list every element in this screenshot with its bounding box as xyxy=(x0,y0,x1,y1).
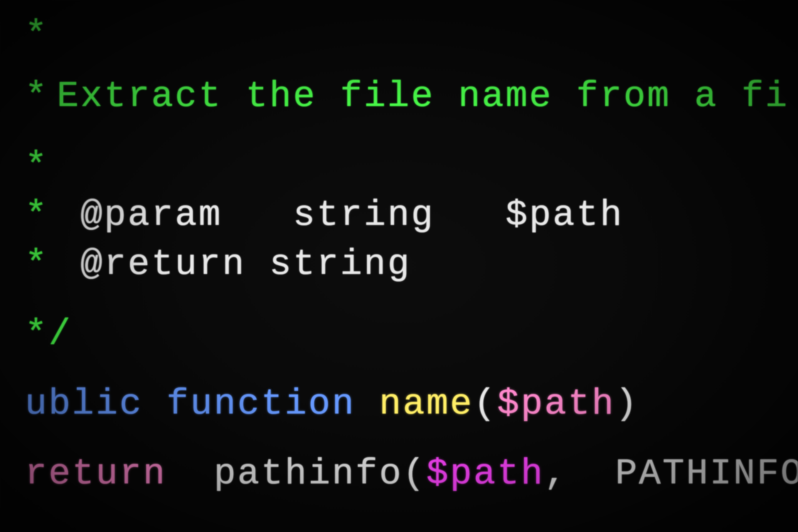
path-arg: $path xyxy=(426,456,544,492)
comment-asterisk-5: * xyxy=(25,246,49,283)
comment-close: */ xyxy=(25,316,72,352)
keyword-public: ublic xyxy=(25,386,167,422)
comma-pathinfo: , PATHINFO xyxy=(544,456,798,492)
comment-asterisk: * xyxy=(25,17,49,53)
keyword-function: function xyxy=(167,386,379,422)
code-line-1: * xyxy=(0,17,798,53)
code-editor-view: * * Extract the file name from a fi * * … xyxy=(0,0,798,532)
comment-asterisk-3: * xyxy=(25,148,49,185)
code-line-3: * xyxy=(0,148,798,185)
code-line-6: */ xyxy=(0,316,798,352)
code-line-8: return pathinfo( $path , PATHINFO xyxy=(0,456,798,492)
comment-asterisk-4: * xyxy=(25,197,49,234)
code-line-2: * Extract the file name from a fi xyxy=(0,78,798,115)
keyword-return: return xyxy=(25,456,214,492)
comment-asterisk-2: * xyxy=(25,78,49,115)
screenshot-container: * * Extract the file name from a fi * * … xyxy=(0,0,798,532)
paren-close: ) xyxy=(615,386,639,422)
code-line-7: ublic function name ( $path ) xyxy=(0,386,798,422)
param-path: $path xyxy=(497,386,615,422)
code-line-4: * @param string $path xyxy=(0,197,798,234)
code-line-5: * @return string xyxy=(0,246,798,283)
function-name: name xyxy=(379,386,473,422)
comment-text-extract: Extract the file name from a fi xyxy=(57,78,789,115)
paren-open: ( xyxy=(473,386,497,422)
param-tag: @param string $path xyxy=(57,197,623,234)
pathinfo-call: pathinfo( xyxy=(214,456,426,492)
return-tag: @return string xyxy=(57,246,411,283)
